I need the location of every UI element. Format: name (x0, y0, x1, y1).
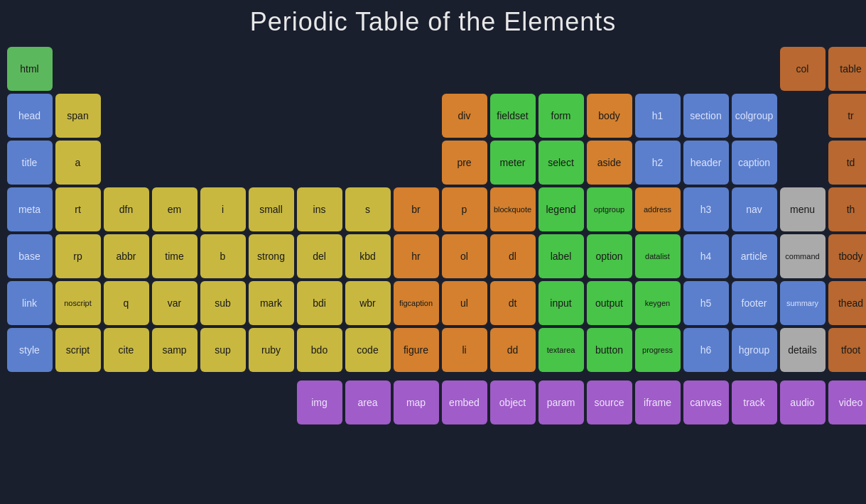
element-noscript[interactable]: noscript (55, 281, 101, 325)
element-optgroup[interactable]: optgroup (587, 187, 632, 231)
element-ins[interactable]: ins (297, 187, 342, 231)
element-figure[interactable]: figure (394, 328, 439, 372)
element-canvas[interactable]: canvas (683, 380, 729, 424)
element-a[interactable]: a (55, 141, 101, 185)
element-title[interactable]: title (7, 141, 53, 185)
element-ruby[interactable]: ruby (249, 328, 294, 372)
element-colgroup[interactable]: colgroup (732, 94, 777, 138)
element-form[interactable]: form (538, 94, 584, 138)
element-button[interactable]: button (587, 328, 632, 372)
element-meter[interactable]: meter (490, 141, 536, 185)
element-kbd[interactable]: kbd (345, 234, 391, 278)
element-samp[interactable]: samp (152, 328, 197, 372)
element-del[interactable]: del (297, 234, 342, 278)
element-var[interactable]: var (152, 281, 197, 325)
element-footer[interactable]: footer (732, 281, 777, 325)
element-pre[interactable]: pre (442, 141, 487, 185)
element-style[interactable]: style (7, 328, 53, 372)
element-p[interactable]: p (442, 187, 487, 231)
element-keygen[interactable]: keygen (635, 281, 681, 325)
element-br[interactable]: br (394, 187, 439, 231)
element-ol[interactable]: ol (442, 234, 487, 278)
element-aside[interactable]: aside (587, 141, 632, 185)
element-embed[interactable]: embed (442, 380, 487, 424)
element-h4[interactable]: h4 (683, 234, 729, 278)
element-section[interactable]: section (683, 94, 729, 138)
element-div[interactable]: div (442, 94, 487, 138)
element-select[interactable]: select (538, 141, 584, 185)
element-command[interactable]: command (780, 234, 826, 278)
element-html[interactable]: html (7, 47, 53, 91)
element-body[interactable]: body (587, 94, 632, 138)
element-object[interactable]: object (490, 380, 536, 424)
element-col[interactable]: col (780, 47, 826, 91)
element-iframe[interactable]: iframe (635, 380, 681, 424)
element-figcaption[interactable]: figcaption (394, 281, 439, 325)
element-video[interactable]: video (828, 380, 867, 424)
element-label[interactable]: label (538, 234, 584, 278)
element-output[interactable]: output (587, 281, 632, 325)
element-s[interactable]: s (345, 187, 391, 231)
element-nav[interactable]: nav (732, 187, 777, 231)
element-h3[interactable]: h3 (683, 187, 729, 231)
element-datalist[interactable]: datalist (635, 234, 681, 278)
element-mark[interactable]: mark (249, 281, 294, 325)
element-img[interactable]: img (297, 380, 342, 424)
element-strong[interactable]: strong (249, 234, 294, 278)
element-blockquote[interactable]: blockquote (490, 187, 536, 231)
element-abbr[interactable]: abbr (104, 234, 149, 278)
element-h1[interactable]: h1 (635, 94, 681, 138)
element-address[interactable]: address (635, 187, 681, 231)
element-tfoot[interactable]: tfoot (828, 328, 867, 372)
element-table[interactable]: table (828, 47, 867, 91)
element-h6[interactable]: h6 (683, 328, 729, 372)
element-span[interactable]: span (55, 94, 101, 138)
element-area[interactable]: area (345, 380, 391, 424)
element-base[interactable]: base (7, 234, 53, 278)
element-hgroup[interactable]: hgroup (732, 328, 777, 372)
element-rp[interactable]: rp (55, 234, 101, 278)
element-tr[interactable]: tr (828, 94, 867, 138)
element-dfn[interactable]: dfn (104, 187, 149, 231)
element-progress[interactable]: progress (635, 328, 681, 372)
element-dl[interactable]: dl (490, 234, 536, 278)
element-param[interactable]: param (538, 380, 584, 424)
element-details[interactable]: details (780, 328, 826, 372)
element-track[interactable]: track (732, 380, 777, 424)
element-ul[interactable]: ul (442, 281, 487, 325)
element-caption[interactable]: caption (732, 141, 777, 185)
element-code[interactable]: code (345, 328, 391, 372)
element-em[interactable]: em (152, 187, 197, 231)
element-sub[interactable]: sub (200, 281, 246, 325)
element-thead[interactable]: thead (828, 281, 867, 325)
element-li[interactable]: li (442, 328, 487, 372)
element-sup[interactable]: sup (200, 328, 246, 372)
element-dt[interactable]: dt (490, 281, 536, 325)
element-source[interactable]: source (587, 380, 632, 424)
element-h5[interactable]: h5 (683, 281, 729, 325)
element-time[interactable]: time (152, 234, 197, 278)
element-legend[interactable]: legend (538, 187, 584, 231)
element-i[interactable]: i (200, 187, 246, 231)
element-b[interactable]: b (200, 234, 246, 278)
element-bdi[interactable]: bdi (297, 281, 342, 325)
element-script[interactable]: script (55, 328, 101, 372)
element-rt[interactable]: rt (55, 187, 101, 231)
element-dd[interactable]: dd (490, 328, 536, 372)
element-hr[interactable]: hr (394, 234, 439, 278)
element-cite[interactable]: cite (104, 328, 149, 372)
element-small[interactable]: small (249, 187, 294, 231)
element-q[interactable]: q (104, 281, 149, 325)
element-article[interactable]: article (732, 234, 777, 278)
element-audio[interactable]: audio (780, 380, 826, 424)
element-map[interactable]: map (394, 380, 439, 424)
element-wbr[interactable]: wbr (345, 281, 391, 325)
element-h2[interactable]: h2 (635, 141, 681, 185)
element-td[interactable]: td (828, 141, 867, 185)
element-header[interactable]: header (683, 141, 729, 185)
element-fieldset[interactable]: fieldset (490, 94, 536, 138)
element-menu[interactable]: menu (780, 187, 826, 231)
element-th[interactable]: th (828, 187, 867, 231)
element-head[interactable]: head (7, 94, 53, 138)
element-link[interactable]: link (7, 281, 53, 325)
